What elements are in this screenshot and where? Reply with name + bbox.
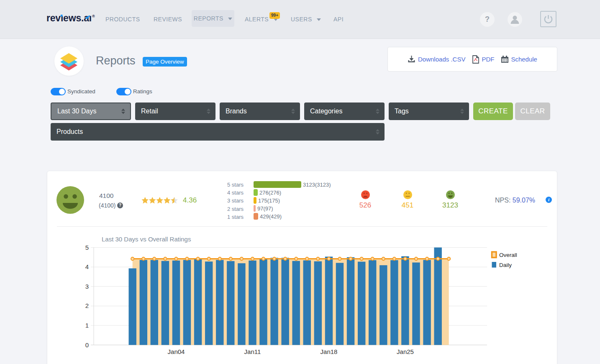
svg-text:3: 3 — [85, 283, 89, 290]
svg-text:Jan18: Jan18 — [321, 348, 338, 355]
svg-text:Jan11: Jan11 — [244, 348, 261, 355]
svg-text:Jan04: Jan04 — [168, 348, 185, 355]
svg-text:2: 2 — [85, 302, 89, 309]
svg-text:4: 4 — [85, 263, 89, 270]
svg-text:Overall: Overall — [499, 252, 517, 258]
svg-text:Daily: Daily — [499, 262, 512, 268]
svg-text:5: 5 — [85, 244, 89, 251]
svg-text:1: 1 — [85, 322, 89, 329]
svg-text:0: 0 — [85, 341, 89, 349]
svg-text:Jan25: Jan25 — [397, 348, 414, 355]
